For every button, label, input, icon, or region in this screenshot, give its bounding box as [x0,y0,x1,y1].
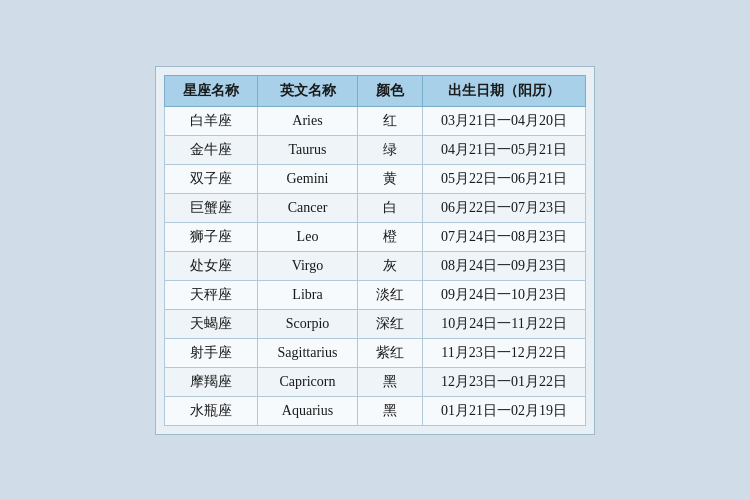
cell-en: Capricorn [258,367,358,396]
cell-color: 绿 [358,135,423,164]
cell-en: Virgo [258,251,358,280]
cell-cn: 处女座 [165,251,258,280]
table-row: 巨蟹座Cancer白06月22日一07月23日 [165,193,586,222]
cell-date: 07月24日一08月23日 [423,222,586,251]
table-row: 金牛座Taurus绿04月21日一05月21日 [165,135,586,164]
cell-date: 03月21日一04月20日 [423,106,586,135]
zodiac-table-container: 星座名称 英文名称 颜色 出生日期（阳历） 白羊座Aries红03月21日一04… [155,66,595,435]
cell-en: Aquarius [258,396,358,425]
cell-en: Cancer [258,193,358,222]
header-cn: 星座名称 [165,75,258,106]
cell-color: 黑 [358,396,423,425]
cell-date: 04月21日一05月21日 [423,135,586,164]
cell-cn: 天蝎座 [165,309,258,338]
cell-date: 05月22日一06月21日 [423,164,586,193]
zodiac-table: 星座名称 英文名称 颜色 出生日期（阳历） 白羊座Aries红03月21日一04… [164,75,586,426]
cell-date: 09月24日一10月23日 [423,280,586,309]
cell-color: 黄 [358,164,423,193]
table-body: 白羊座Aries红03月21日一04月20日金牛座Taurus绿04月21日一0… [165,106,586,425]
cell-cn: 摩羯座 [165,367,258,396]
table-row: 天蝎座Scorpio深红10月24日一11月22日 [165,309,586,338]
cell-en: Gemini [258,164,358,193]
cell-en: Libra [258,280,358,309]
table-row: 摩羯座Capricorn黑12月23日一01月22日 [165,367,586,396]
table-row: 天秤座Libra淡红09月24日一10月23日 [165,280,586,309]
cell-en: Aries [258,106,358,135]
table-row: 处女座Virgo灰08月24日一09月23日 [165,251,586,280]
cell-date: 01月21日一02月19日 [423,396,586,425]
table-row: 双子座Gemini黄05月22日一06月21日 [165,164,586,193]
cell-cn: 水瓶座 [165,396,258,425]
cell-color: 黑 [358,367,423,396]
cell-date: 10月24日一11月22日 [423,309,586,338]
cell-cn: 巨蟹座 [165,193,258,222]
cell-cn: 天秤座 [165,280,258,309]
cell-date: 08月24日一09月23日 [423,251,586,280]
cell-cn: 双子座 [165,164,258,193]
cell-en: Leo [258,222,358,251]
cell-date: 12月23日一01月22日 [423,367,586,396]
cell-cn: 射手座 [165,338,258,367]
cell-date: 06月22日一07月23日 [423,193,586,222]
cell-color: 深红 [358,309,423,338]
cell-color: 灰 [358,251,423,280]
cell-color: 淡红 [358,280,423,309]
cell-color: 橙 [358,222,423,251]
cell-cn: 白羊座 [165,106,258,135]
cell-color: 白 [358,193,423,222]
cell-cn: 狮子座 [165,222,258,251]
cell-en: Taurus [258,135,358,164]
cell-color: 红 [358,106,423,135]
table-row: 射手座Sagittarius紫红11月23日一12月22日 [165,338,586,367]
table-header-row: 星座名称 英文名称 颜色 出生日期（阳历） [165,75,586,106]
cell-en: Sagittarius [258,338,358,367]
cell-en: Scorpio [258,309,358,338]
cell-date: 11月23日一12月22日 [423,338,586,367]
header-color: 颜色 [358,75,423,106]
header-en: 英文名称 [258,75,358,106]
table-row: 狮子座Leo橙07月24日一08月23日 [165,222,586,251]
cell-color: 紫红 [358,338,423,367]
table-row: 白羊座Aries红03月21日一04月20日 [165,106,586,135]
header-date: 出生日期（阳历） [423,75,586,106]
table-row: 水瓶座Aquarius黑01月21日一02月19日 [165,396,586,425]
cell-cn: 金牛座 [165,135,258,164]
